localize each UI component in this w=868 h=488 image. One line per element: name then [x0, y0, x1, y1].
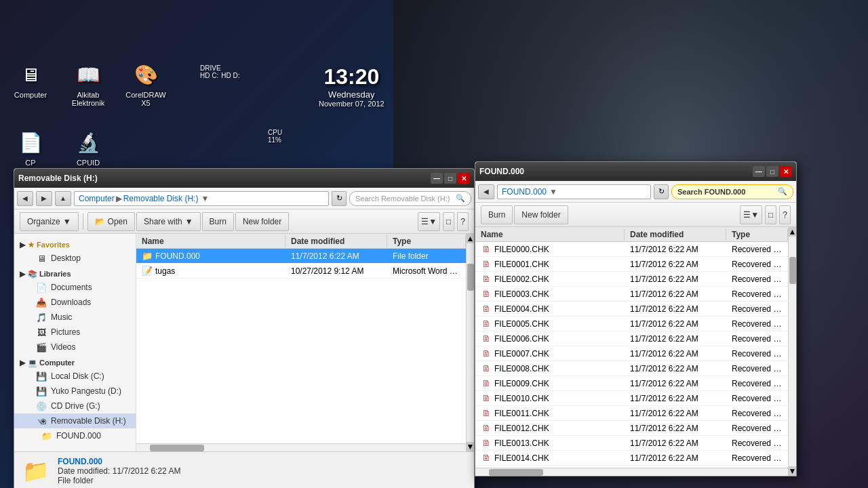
nav-item-removableh[interactable]: 🖲 Removable Disk (H:) [14, 413, 136, 428]
search-box-1[interactable]: Search Removable Disk (H:) 🔍 [349, 191, 471, 206]
minimize-button-2[interactable]: — [753, 166, 765, 177]
file-row-0004[interactable]: 🗎 FILE0004.CHK 11/7/2012 6:22 AM Recover… [475, 302, 788, 317]
view-button-2[interactable]: ☰▼ [740, 205, 762, 224]
nav-item-music[interactable]: 🎵 Music [14, 310, 136, 325]
scroll-down-1[interactable]: ▼ [467, 442, 475, 451]
scroll-up-1[interactable]: ▲ [467, 234, 475, 243]
file-row-0009[interactable]: 🗎 FILE0009.CHK 11/7/2012 6:22 AM Recover… [475, 376, 788, 391]
scroll-down-2[interactable]: ▼ [789, 466, 797, 476]
close-button-2[interactable]: ✕ [780, 166, 792, 177]
v-scrollbar-2[interactable]: ▲ ▼ [788, 227, 796, 476]
open-button[interactable]: 📂 Open [87, 212, 135, 231]
desktop-icons-row1: 🖥 Computer 📖 AlkitabElektronik 🎨 CorelDR… [7, 61, 170, 107]
close-button-1[interactable]: ✕ [458, 173, 470, 184]
open-label: Open [108, 217, 127, 226]
scroll-thumb-2[interactable] [789, 257, 796, 284]
file-row-0007[interactable]: 🗎 FILE0007.CHK 11/7/2012 6:22 AM Recover… [475, 346, 788, 361]
col-date-1[interactable]: Date modified [285, 235, 387, 247]
file-header-2: Name Date modified Type [475, 227, 788, 242]
nav-item-yukod[interactable]: 💾 Yuko Pangestu (D:) [14, 384, 136, 399]
file-row-found000[interactable]: 📁 FOUND.000 11/7/2012 6:22 AM File folde… [136, 249, 466, 264]
help-button-2[interactable]: ? [779, 205, 791, 224]
breadcrumb-found000[interactable]: FOUND.000 [502, 187, 547, 197]
burn-button-2[interactable]: Burn [481, 205, 513, 224]
organize-button[interactable]: Organize ▼ [20, 212, 79, 231]
file-row-0005[interactable]: 🗎 FILE0005.CHK 11/7/2012 6:22 AM Recover… [475, 317, 788, 331]
col-name-2[interactable]: Name [475, 228, 625, 241]
h-scrollbar-1[interactable] [136, 443, 466, 451]
chk-icon-1: 🗎 [481, 259, 492, 270]
nav-item-pictures[interactable]: 🖼 Pictures [14, 325, 136, 340]
address-dropdown[interactable]: ▼ [201, 194, 209, 203]
burn-button-1[interactable]: Burn [202, 212, 234, 231]
h-scrollbar-2[interactable] [475, 468, 788, 476]
address-dropdown-2[interactable]: ▼ [549, 187, 557, 197]
search-icon-2[interactable]: 🔍 [778, 187, 787, 196]
file-row-0002[interactable]: 🗎 FILE0002.CHK 11/7/2012 6:22 AM Recover… [475, 272, 788, 287]
maximize-button-1[interactable]: □ [444, 173, 456, 184]
preview-button-1[interactable]: □ [443, 212, 454, 231]
chk-type-11: Recovered File F [726, 407, 788, 420]
view-button-1[interactable]: ☰▼ [418, 212, 440, 231]
nav-item-downloads[interactable]: 📥 Downloads [14, 295, 136, 310]
back-button-1[interactable]: ◀ [17, 191, 33, 206]
open-icon: 📂 [95, 217, 105, 226]
col-type-1[interactable]: Type [387, 235, 466, 247]
share-button[interactable]: Share with ▼ [136, 212, 201, 231]
chk-name-5: 🗎 FILE0005.CHK [475, 317, 625, 331]
preview-button-2[interactable]: □ [765, 205, 776, 224]
chk-type-5: Recovered File F [726, 318, 788, 330]
nav-item-localc[interactable]: 💾 Local Disk (C:) [14, 369, 136, 384]
back-button-2[interactable]: ◀ [478, 184, 494, 199]
file-row-0011[interactable]: 🗎 FILE0011.CHK 11/7/2012 6:22 AM Recover… [475, 406, 788, 421]
col-name-1[interactable]: Name [136, 235, 285, 247]
file-row-0000[interactable]: 🗎 FILE0000.CHK 11/7/2012 6:22 AM Recover… [475, 242, 788, 257]
chk-type-2: Recovered File F [726, 273, 788, 285]
scroll-up-2[interactable]: ▲ [789, 227, 797, 237]
col-type-2[interactable]: Type [726, 228, 788, 241]
desktop-icon-computer[interactable]: 🖥 Computer [7, 61, 54, 107]
file-row-0014[interactable]: 🗎 FILE0014.CHK 11/7/2012 6:22 AM Recover… [475, 451, 788, 466]
v-scrollbar-1[interactable]: ▲ ▼ [466, 234, 474, 451]
desktop-icon-coreldraw[interactable]: 🎨 CorelDRAWX5 [122, 61, 170, 107]
nav-item-found000[interactable]: 📁 FOUND.000 [14, 428, 136, 443]
address-bar-2: ◀ FOUND.000 ▼ ↻ Search FOUND.000 🔍 [475, 181, 796, 203]
breadcrumb-computer[interactable]: Computer [79, 194, 115, 203]
file-row-0001[interactable]: 🗎 FILE0001.CHK 11/7/2012 6:22 AM Recover… [475, 257, 788, 272]
nav-item-videos[interactable]: 🎬 Videos [14, 340, 136, 354]
new-folder-button-1[interactable]: New folder [235, 212, 289, 231]
nav-item-documents[interactable]: 📄 Documents [14, 280, 136, 295]
file-row-tugas[interactable]: 📝 tugas 10/27/2012 9:12 AM Microsoft Wor… [136, 264, 466, 279]
breadcrumb-removable[interactable]: Removable Disk (H:) [123, 194, 199, 203]
desktop-icon-alkitab[interactable]: 📖 AlkitabElektronik [64, 61, 112, 107]
h-scroll-thumb-1[interactable] [150, 445, 204, 451]
forward-button-1[interactable]: ▶ [36, 191, 52, 206]
new-folder-button-2[interactable]: New folder [514, 205, 568, 224]
col-date-2[interactable]: Date modified [625, 228, 726, 241]
burn-label-1: Burn [210, 217, 226, 226]
file-row-0003[interactable]: 🗎 FILE0003.CHK 11/7/2012 6:22 AM Recover… [475, 287, 788, 302]
file-row-0012[interactable]: 🗎 FILE0012.CHK 11/7/2012 6:22 AM Recover… [475, 421, 788, 436]
chk-icon-7: 🗎 [481, 348, 492, 359]
nav-item-desktop[interactable]: 🖥 Desktop [14, 251, 136, 266]
refresh-button-1[interactable]: ↻ [332, 191, 347, 206]
maximize-button-2[interactable]: □ [766, 166, 778, 177]
up-button-1[interactable]: ▲ [55, 191, 71, 206]
nav-item-cdg[interactable]: 💿 CD Drive (G:) [14, 399, 136, 413]
address-path-1[interactable]: Computer ▶ Removable Disk (H:) ▼ [74, 191, 329, 206]
refresh-button-2[interactable]: ↻ [654, 184, 669, 199]
minimize-button-1[interactable]: — [431, 173, 443, 184]
file-row-0006[interactable]: 🗎 FILE0006.CHK 11/7/2012 6:22 AM Recover… [475, 331, 788, 346]
search-box-2[interactable]: Search FOUND.000 🔍 [671, 184, 793, 199]
search-icon-1[interactable]: 🔍 [456, 194, 465, 203]
help-button-1[interactable]: ? [457, 212, 469, 231]
file-list-1: 📁 FOUND.000 11/7/2012 6:22 AM File folde… [136, 249, 466, 443]
address-path-2[interactable]: FOUND.000 ▼ [497, 184, 651, 199]
file-row-0013[interactable]: 🗎 FILE0013.CHK 11/7/2012 6:22 AM Recover… [475, 436, 788, 451]
chk-name-13: 🗎 FILE0013.CHK [475, 436, 625, 450]
scroll-thumb-1[interactable] [467, 264, 474, 291]
new-folder-label-2: New folder [521, 210, 560, 220]
h-scroll-thumb-2[interactable] [489, 469, 543, 476]
file-row-0010[interactable]: 🗎 FILE0010.CHK 11/7/2012 6:22 AM Recover… [475, 391, 788, 406]
file-row-0008[interactable]: 🗎 FILE0008.CHK 11/7/2012 6:22 AM Recover… [475, 361, 788, 376]
